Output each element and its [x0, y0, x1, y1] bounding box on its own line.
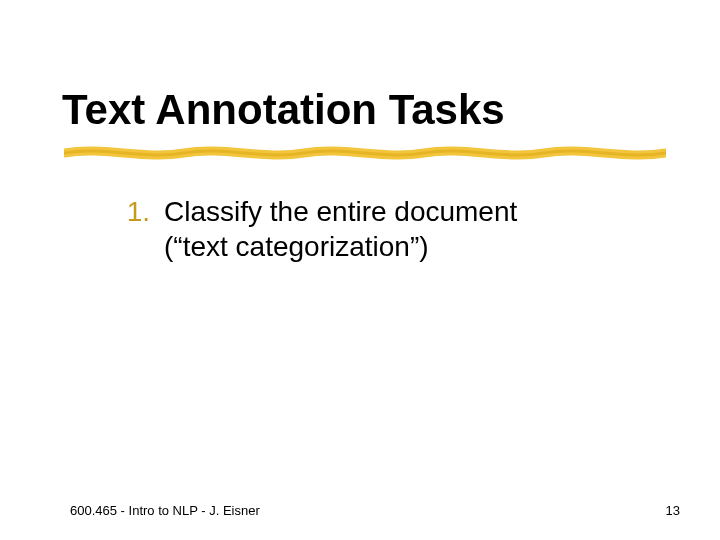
list-text: Classify the entire document (“text cate…: [164, 194, 517, 264]
list-number: 1.: [120, 194, 150, 229]
title-underline: [64, 142, 666, 164]
list-text-line2: (“text categorization”): [164, 231, 429, 262]
slide: Text Annotation Tasks 1. Classify the en…: [0, 0, 720, 540]
numbered-list: 1. Classify the entire document (“text c…: [120, 194, 620, 264]
slide-number: 13: [666, 503, 680, 518]
footer-left: 600.465 - Intro to NLP - J. Eisner: [70, 503, 260, 518]
slide-title: Text Annotation Tasks: [62, 86, 505, 134]
list-item: 1. Classify the entire document (“text c…: [120, 194, 620, 264]
list-text-line1: Classify the entire document: [164, 196, 517, 227]
